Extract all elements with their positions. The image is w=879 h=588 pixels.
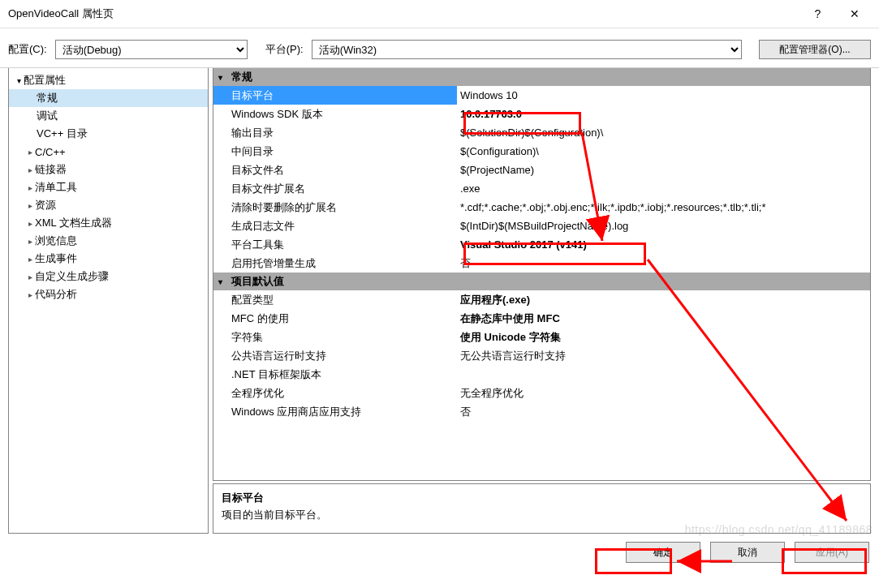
tree-item-ccpp[interactable]: C/C++: [9, 143, 208, 161]
prop-intermediate-dir[interactable]: 中间目录 $(Configuration)\: [213, 142, 870, 161]
chevron-down-icon: ▾: [218, 277, 231, 286]
tree-item-custombuild[interactable]: 自定义生成步骤: [9, 268, 208, 285]
tree-item-buildevents[interactable]: 生成事件: [9, 250, 208, 268]
tree-root[interactable]: 配置属性: [9, 71, 208, 89]
description-title: 目标平台: [222, 491, 862, 505]
tree-item-label: XML 文档生成器: [35, 216, 112, 230]
tree-item-general[interactable]: 常规: [9, 89, 208, 107]
caret-right-icon: [25, 255, 35, 264]
prop-target-ext[interactable]: 目标文件扩展名 .exe: [213, 179, 870, 198]
prop-name: 配置类型: [213, 290, 457, 309]
tree-item-xmldoc[interactable]: XML 文档生成器: [9, 214, 208, 232]
prop-value: 无公共语言运行时支持: [457, 346, 870, 365]
tree-item-label: 链接器: [35, 162, 67, 177]
prop-value: $(ProjectName): [457, 161, 870, 179]
caret-down-icon: [14, 76, 24, 85]
description-text: 项目的当前目标平台。: [222, 508, 862, 522]
group-header-defaults[interactable]: ▾ 项目默认值: [213, 273, 870, 290]
caret-right-icon: [25, 148, 35, 157]
prop-name: 字符集: [213, 328, 457, 346]
tree-item-label: C/C++: [35, 146, 66, 158]
ok-button[interactable]: 确定: [626, 542, 700, 563]
tree-item-vcdirs[interactable]: VC++ 目录: [9, 125, 208, 143]
prop-name: Windows 应用商店应用支持: [213, 402, 457, 421]
prop-platform-toolset[interactable]: 平台工具集 Visual Studio 2017 (v141): [213, 235, 870, 254]
prop-target-name[interactable]: 目标文件名 $(ProjectName): [213, 161, 870, 179]
cancel-button[interactable]: 取消: [710, 542, 785, 563]
caret-right-icon: [25, 219, 35, 228]
caret-right-icon: [25, 201, 35, 210]
prop-name: 启用托管增量生成: [213, 254, 457, 273]
config-label: 配置(C):: [8, 42, 47, 57]
platform-select[interactable]: 活动(Win32): [312, 40, 742, 59]
tree-item-label: VC++ 目录: [37, 127, 88, 141]
tree-item-resources[interactable]: 资源: [9, 196, 208, 214]
prop-name: 公共语言运行时支持: [213, 346, 457, 365]
prop-config-type[interactable]: 配置类型 应用程序(.exe): [213, 290, 870, 309]
title-bar: OpenVideoCall 属性页 ? ✕: [0, 0, 879, 28]
prop-name: 目标文件名: [213, 161, 457, 179]
tree-item-label: 资源: [35, 198, 56, 212]
prop-value: 应用程序(.exe): [457, 290, 870, 309]
caret-right-icon: [25, 183, 35, 192]
tree-item-label: 浏览信息: [35, 234, 77, 248]
prop-name: .NET 目标框架版本: [213, 365, 457, 384]
prop-value: 无全程序优化: [457, 384, 870, 402]
prop-value: Visual Studio 2017 (v141): [457, 235, 870, 254]
tree-item-label: 自定义生成步骤: [35, 269, 109, 284]
prop-build-log[interactable]: 生成日志文件 $(IntDir)$(MSBuildProjectName).lo…: [213, 217, 870, 235]
property-grid[interactable]: ▾ 常规 目标平台 Windows 10 Windows SDK 版本 10.0…: [213, 68, 871, 481]
prop-name: 输出目录: [213, 123, 457, 142]
tree-item-label: 生成事件: [35, 251, 77, 266]
tree-item-debug[interactable]: 调试: [9, 107, 208, 125]
tree-item-label: 清单工具: [35, 180, 77, 195]
caret-right-icon: [25, 290, 35, 299]
tree-item-label: 代码分析: [35, 287, 77, 302]
prop-value: [457, 365, 870, 384]
prop-value: *.cdf;*.cache;*.obj;*.obj.enc;*.ilk;*.ip…: [457, 198, 870, 217]
caret-right-icon: [25, 273, 35, 281]
prop-whole-program-opt[interactable]: 全程序优化 无全程序优化: [213, 384, 870, 402]
group-header-label: 项目默认值: [231, 274, 284, 289]
prop-managed-incremental[interactable]: 启用托管增量生成 否: [213, 254, 870, 273]
apply-button[interactable]: 应用(A): [795, 542, 869, 563]
prop-name: 目标平台: [213, 86, 457, 105]
prop-name: 清除时要删除的扩展名: [213, 198, 457, 217]
prop-name: MFC 的使用: [213, 309, 457, 328]
nav-tree[interactable]: 配置属性 常规 调试 VC++ 目录 C/C++ 链接器 清单工具 资源: [8, 68, 209, 534]
prop-use-of-mfc[interactable]: MFC 的使用 在静态库中使用 MFC: [213, 309, 870, 328]
prop-charset[interactable]: 字符集 使用 Unicode 字符集: [213, 328, 870, 346]
prop-windows-store-support[interactable]: Windows 应用商店应用支持 否: [213, 402, 870, 421]
prop-name: 生成日志文件: [213, 217, 457, 235]
prop-name: 目标文件扩展名: [213, 179, 457, 198]
prop-value: $(Configuration)\: [457, 142, 870, 161]
prop-windows-sdk-version[interactable]: Windows SDK 版本 10.0.17763.0: [213, 105, 870, 123]
platform-label: 平台(P):: [265, 42, 304, 57]
prop-net-target[interactable]: .NET 目标框架版本: [213, 365, 870, 384]
prop-value: .exe: [457, 179, 870, 198]
prop-name: 全程序优化: [213, 384, 457, 402]
prop-target-platform[interactable]: 目标平台 Windows 10: [213, 86, 870, 105]
config-select[interactable]: 活动(Debug): [55, 40, 248, 59]
prop-name: 平台工具集: [213, 235, 457, 254]
tree-item-browse[interactable]: 浏览信息: [9, 232, 208, 250]
tree-item-label: 常规: [37, 91, 58, 105]
chevron-down-icon: ▾: [218, 73, 231, 82]
help-button[interactable]: ?: [799, 2, 836, 26]
prop-clr-support[interactable]: 公共语言运行时支持 无公共语言运行时支持: [213, 346, 870, 365]
tree-item-manifest[interactable]: 清单工具: [9, 178, 208, 196]
prop-value: 否: [457, 254, 870, 273]
group-header-general[interactable]: ▾ 常规: [213, 68, 870, 86]
tree-item-codeanalysis[interactable]: 代码分析: [9, 285, 208, 303]
tree-item-linker[interactable]: 链接器: [9, 161, 208, 178]
description-panel: 目标平台 项目的当前目标平台。: [213, 483, 871, 534]
prop-value: $(IntDir)$(MSBuildProjectName).log: [457, 217, 870, 235]
prop-output-dir[interactable]: 输出目录 $(SolutionDir)$(Configuration)\: [213, 123, 870, 142]
button-bar: 确定 取消 应用(A): [0, 534, 879, 563]
group-header-label: 常规: [231, 70, 252, 84]
caret-right-icon: [25, 165, 35, 174]
prop-ext-to-delete[interactable]: 清除时要删除的扩展名 *.cdf;*.cache;*.obj;*.obj.enc…: [213, 198, 870, 217]
caret-right-icon: [25, 237, 35, 246]
config-manager-button[interactable]: 配置管理器(O)...: [759, 40, 871, 59]
close-button[interactable]: ✕: [836, 2, 873, 26]
